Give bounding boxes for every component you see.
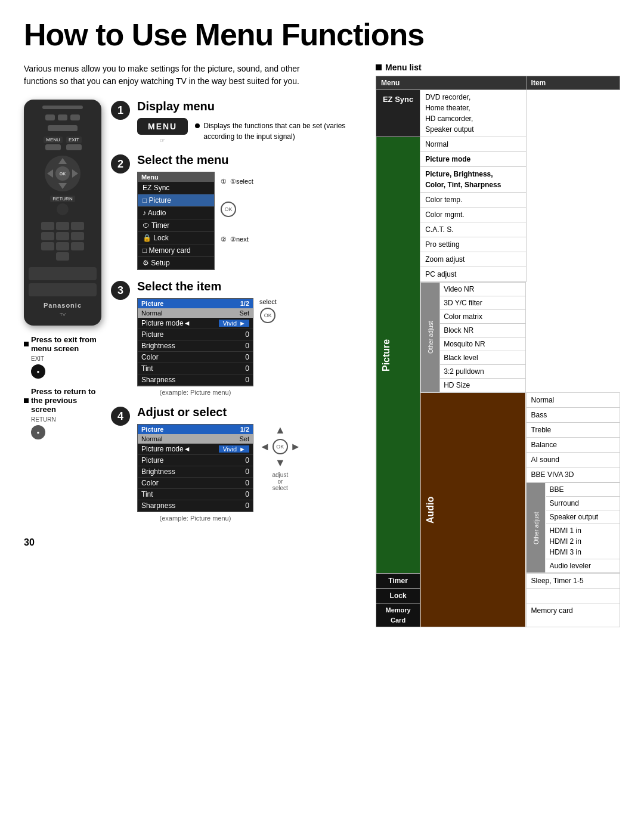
picture-item-mode: Picture mode: [420, 152, 526, 167]
press-return-note: Press to return to the previous screen R…: [24, 387, 101, 439]
adjust-label: adjust or select: [272, 472, 288, 491]
picture-row-3-brightness: Brightness0: [138, 340, 253, 352]
exit-circle-btn: ●: [31, 364, 45, 379]
picture-row-3-sharpness: Sharpness0: [138, 374, 253, 386]
audio-item-bbe: BBE: [546, 483, 620, 497]
step-3-title: Select the item: [137, 280, 358, 293]
ok-indicator: OK: [221, 202, 236, 217]
picture-item-blacklevel: Black level: [440, 351, 526, 365]
step-1-note: Displays the functions that can be set (…: [203, 120, 358, 142]
lock-category: Lock: [376, 589, 420, 603]
menu-item-setup: ⚙ Setup: [138, 257, 214, 270]
picture-item-blocknr: Block NR: [440, 324, 526, 337]
step-4-number: 4: [111, 407, 130, 426]
picture-item-cats: C.A.T. S.: [420, 222, 526, 237]
nav-down-arrow: ▼: [275, 457, 286, 469]
menu-btn-label: MENU: [44, 137, 63, 143]
picture-box-4: Picture 1/2 Normal Set Picture mode◄: [137, 424, 253, 512]
picture-item-brightness-group: Picture, Brightness,Color, Tint, Sharpne…: [420, 167, 526, 193]
return-circle-btn: ●: [31, 425, 45, 439]
picture-row-3-tint: Tint0: [138, 363, 253, 374]
example-label-4: (example: Picture menu): [137, 515, 253, 522]
press-exit-note: Press to exit from menu screen EXIT ●: [24, 335, 101, 379]
page-number: 30: [24, 537, 358, 548]
memory-item: Memory card: [526, 603, 620, 627]
menu-item-lock: 🔒 Lock: [138, 232, 214, 244]
remote-control: MENU EXIT OK: [24, 100, 101, 326]
audio-item-bass: Bass: [526, 408, 620, 423]
step-4-title: Adjust or select: [137, 405, 358, 419]
example-label-3: (example: Picture menu): [137, 389, 253, 396]
other-adjust-label-audio: Other adjust: [527, 483, 546, 573]
audio-item-treble: Treble: [526, 423, 620, 438]
other-adjust-label-picture: Other adjust: [421, 283, 440, 392]
ezsync-items: DVD recorder,Home theater,HD camcorder,S…: [420, 90, 526, 137]
step-3-number: 3: [111, 281, 130, 300]
menu-item-timer: ⏲ Timer: [138, 219, 214, 232]
audio-item-aisound: AI sound: [526, 453, 620, 467]
menu-box-header: Menu: [138, 172, 214, 182]
menu-list-title: Menu list: [376, 63, 620, 72]
picture-item-normal: Normal: [420, 137, 526, 152]
step-4-block: 4 Adjust or select Picture 1/2: [111, 405, 358, 522]
menu-item-ezsync: EZ Sync: [138, 182, 214, 194]
memory-category: MemoryCard: [376, 603, 420, 627]
step-2-number: 2: [111, 154, 130, 174]
dpad: OK: [45, 156, 80, 191]
step-1-title: Display menu: [137, 100, 358, 113]
picture-item-pcadjust: PC adjust: [420, 267, 526, 282]
remote-brand: Panasonic: [44, 302, 82, 309]
menu-box: Menu EZ Sync □ Picture ♪ Audio ⏲ Timer 🔒…: [137, 172, 215, 270]
timer-category: Timer: [376, 574, 420, 589]
table-row-ezsync: EZ Sync DVD recorder,Home theater,HD cam…: [376, 90, 620, 137]
picture-mode-row-3: Picture mode◄ Vivid►: [138, 318, 253, 329]
picture-row-3-picture: Picture0: [138, 329, 253, 340]
picture-item-hdsize: HD Size: [440, 379, 526, 392]
menu-item-memory: □ Memory card: [138, 244, 214, 257]
picture-mode-row-4: Picture mode◄ Vivid►: [138, 444, 253, 455]
picture-item-32pulldown: 3:2 pulldown: [440, 365, 526, 379]
next-annotation: ② ②next: [221, 236, 253, 243]
picture-row-4-sharpness: Sharpness0: [138, 500, 253, 512]
nav-right-arrow: ►: [290, 441, 301, 453]
audio-item-normal: Normal: [526, 393, 620, 408]
audio-item-hdmi: HDMI 1 inHDMI 2 inHDMI 3 in: [546, 524, 620, 559]
ezsync-category: EZ Sync: [376, 90, 420, 137]
menu-item-audio: ♪ Audio: [138, 207, 214, 219]
nav-left-arrow: ◄: [259, 441, 270, 453]
picture-item-colormatrix: Color matrix: [440, 310, 526, 324]
picture-row-4-color: Color0: [138, 478, 253, 489]
audio-item-bbeviva: BBE VIVA 3D: [526, 467, 620, 482]
picture-item-videonr: Video NR: [440, 283, 526, 296]
menu-list-table: Menu Item EZ Sync DVD recorder,Home thea…: [376, 76, 620, 627]
ok-btn: OK: [55, 166, 70, 181]
picture-item-prosetting: Pro setting: [420, 237, 526, 252]
picture-category: Picture: [376, 137, 420, 574]
audio-item-audioleveler: Audio leveler: [546, 559, 620, 573]
step-3-block: 3 Select the item Picture 1/2: [111, 280, 358, 396]
picture-item-mosquitonr: Mosquito NR: [440, 337, 526, 351]
remote-brand-sub: TV: [60, 312, 66, 317]
lock-item: [526, 589, 620, 603]
step-1-number: 1: [111, 101, 130, 120]
ok-indicator-4: OK: [273, 439, 288, 454]
picture-row-3-color: Color0: [138, 352, 253, 363]
return-btn-label: RETURN: [50, 196, 75, 202]
timer-item: Sleep, Timer 1-5: [526, 574, 620, 589]
menu-item-picture: □ Picture: [138, 194, 214, 207]
audio-item-balance: Balance: [526, 438, 620, 453]
table-row-picture-normal: Picture Normal: [376, 137, 620, 152]
picture-item-3dyc: 3D Y/C filter: [440, 296, 526, 310]
picture-item-colortemp: Color temp.: [420, 193, 526, 208]
audio-item-speaker: Speaker output: [546, 510, 620, 524]
step-2-block: 2 Select the menu Menu EZ Sync □ Picture…: [111, 153, 358, 270]
picture-box-3: Picture 1/2 Normal Set Picture mode◄: [137, 298, 253, 386]
intro-text: Various menus allow you to make settings…: [24, 63, 334, 88]
nav-up-arrow: ▲: [275, 424, 286, 436]
picture-item-zoom: Zoom adjust: [420, 252, 526, 267]
col-menu: Menu: [376, 76, 527, 90]
step-1-block: 1 Display menu MENU ☞: [111, 100, 358, 144]
menu-button-display: MENU: [137, 118, 188, 135]
step-2-title: Select the menu: [137, 153, 358, 167]
picture-row-4-brightness: Brightness0: [138, 466, 253, 478]
